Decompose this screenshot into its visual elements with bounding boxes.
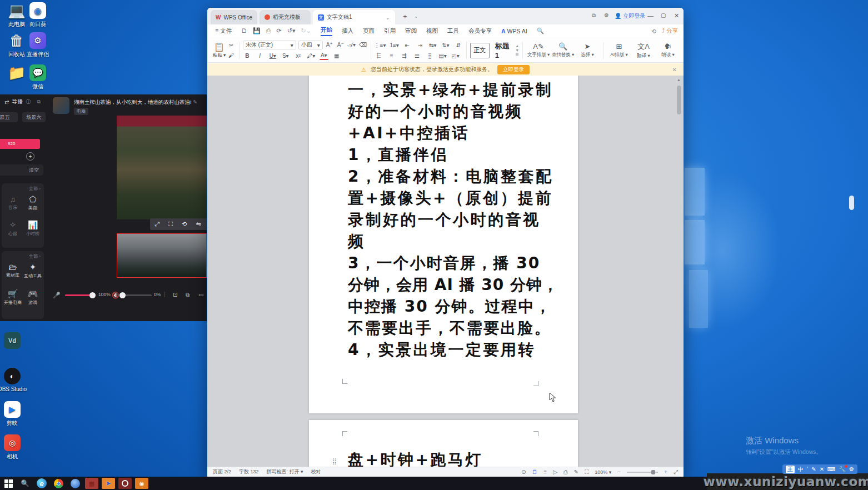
ime-keyboard-icon[interactable]: ⌨ (827, 466, 835, 472)
play-view-icon[interactable]: ▷ (553, 469, 557, 475)
live-cover-thumbnail[interactable] (53, 97, 69, 114)
decrease-font-icon[interactable]: A⁻ (336, 41, 345, 49)
desktop-icon-assistant[interactable]: ⚙ 直播伴侣 (18, 32, 58, 58)
scroll-up-icon[interactable]: ▲ (677, 78, 681, 82)
print-icon[interactable]: ⎙ (266, 27, 271, 34)
desktop-icon-wechat[interactable]: 💬 微信 (18, 64, 58, 91)
find-replace-tool[interactable]: 🔍查找替换 ▾ (551, 42, 575, 58)
read-aloud-tool[interactable]: 🗣朗读 ▾ (656, 42, 680, 58)
add-button[interactable]: + (26, 152, 34, 161)
rotate-left-icon[interactable]: ⟲ (182, 221, 187, 228)
tab-list-caret[interactable]: ⌄ (414, 13, 418, 19)
menu-review[interactable]: 审阅 (405, 27, 417, 35)
desktop-icon-obs[interactable]: ◐ OBS Studio (0, 368, 32, 392)
edit-mode-icon[interactable]: ✎ (574, 469, 578, 475)
maximize-button[interactable]: ▢ (661, 12, 666, 18)
document-scrollbar[interactable]: ▲ (676, 77, 682, 466)
document-page-2[interactable]: ⣿ 盘+时钟+跑马灯 (309, 420, 578, 467)
pip-icon[interactable]: ⧉ (186, 292, 189, 298)
edit-icon[interactable]: ✎ (193, 99, 197, 105)
text-direction-icon[interactable]: ↹▾ (428, 41, 437, 49)
tab-wps-office[interactable]: W WPS Office (211, 10, 257, 24)
align-left-icon[interactable]: ⬱ (375, 52, 383, 60)
wish-icon[interactable]: ✧ (4, 220, 22, 230)
tab-docer[interactable]: 稻壳充模板 (260, 10, 311, 24)
taskbar-live-companion-icon[interactable]: ➤ (100, 477, 117, 490)
music-icon[interactable]: ♫ (4, 194, 22, 204)
scene-tab-5[interactable]: 场景五 (0, 112, 18, 122)
desktop-icon-sunflower[interactable]: ◉ 向日葵 (18, 2, 58, 28)
taskbar-chrome-icon[interactable] (50, 477, 67, 490)
minimize-button[interactable]: — (647, 12, 654, 19)
desktop-icon-camera[interactable]: ◎ 相机 (0, 434, 32, 461)
spellcheck-status[interactable]: 拼写检查: 打开 ▾ (267, 468, 303, 476)
style-down-icon[interactable]: ▼ (515, 48, 519, 52)
video-preview-main[interactable] (117, 116, 207, 219)
taskbar-edge-icon[interactable]: e (33, 477, 50, 490)
speaker-muted-icon[interactable]: 🔇 (112, 292, 119, 299)
tab-document[interactable]: 文 文字文稿1 ⌄ (313, 10, 395, 24)
notice-login-button[interactable]: 立即登录 (497, 65, 530, 74)
clear-button[interactable]: 清空 (29, 167, 39, 174)
ime-close-icon[interactable]: ✕ (820, 466, 824, 472)
justify-icon[interactable]: ☰ (413, 52, 422, 60)
italic-button[interactable]: I (256, 52, 265, 60)
style-more-icon[interactable]: ☰ (515, 53, 519, 57)
present-icon[interactable]: ⊡ (173, 292, 177, 298)
cut-icon[interactable]: ✂ (227, 41, 236, 49)
mic-icon[interactable]: 🎤 (53, 292, 61, 299)
menu-wps-ai[interactable]: A WPS AI (501, 28, 527, 34)
flip-horizontal-icon[interactable]: ⇋ (196, 221, 201, 228)
menu-member[interactable]: 会员专享 (468, 27, 492, 35)
align-center-icon[interactable]: ≡ (387, 52, 396, 60)
clear-format-icon[interactable]: ⌫ (358, 41, 367, 49)
interactive-tools-icon[interactable]: ✦ (24, 262, 42, 272)
game-icon[interactable]: 🎮 (24, 289, 42, 299)
style-up-icon[interactable]: ▲ (515, 44, 519, 48)
beauty-icon[interactable]: ⬠ (24, 194, 42, 204)
zoom-out-icon[interactable]: − (617, 469, 621, 475)
ime-settings-icon[interactable]: ⚙ (849, 466, 854, 472)
fit-page-icon[interactable]: ⛶ (585, 469, 588, 476)
align-right-icon[interactable]: ⇶ (400, 52, 409, 60)
record-icon[interactable]: ▭ (198, 292, 203, 298)
document-area[interactable]: 一，实景+绿布+提前录制 好的一个小时的音视频 +AI+中控插话 1，直播伴侣 … (207, 76, 684, 467)
number-list-icon[interactable]: 1≡▾ (390, 41, 398, 49)
ecommerce-icon[interactable]: 🛒 (4, 289, 22, 299)
rank-icon[interactable]: 📊 (24, 220, 42, 230)
ime-mode-chinese[interactable]: 中 (798, 466, 804, 473)
new-tab-button[interactable]: + (403, 12, 407, 21)
more-link[interactable]: 全部 › (29, 186, 41, 192)
font-color-icon[interactable]: A▾ (320, 52, 328, 60)
menu-file[interactable]: ≡ 文件 (215, 27, 232, 35)
font-size-select[interactable]: 小四▾ (298, 41, 323, 49)
distribute-icon[interactable]: ⣿ (426, 52, 435, 60)
char-shading-icon[interactable]: ▦ (332, 52, 341, 60)
new-doc-icon[interactable]: 🗋 (241, 27, 247, 34)
zoom-slider[interactable] (627, 472, 658, 473)
scene-tab-6[interactable]: 场景六 (22, 112, 46, 122)
menu-page[interactable]: 页面 (363, 27, 375, 35)
menu-tools[interactable]: 工具 (447, 27, 459, 35)
ime-pen-icon[interactable]: ✎ (811, 466, 816, 472)
share-button[interactable]: ⤴ 分享 (662, 27, 678, 35)
page-view-icon[interactable]: 🗒 (532, 469, 537, 475)
line-spacing-icon[interactable]: ⇅▾ (441, 41, 450, 49)
undo-icon[interactable]: ↺▾ (287, 27, 296, 34)
outdent-icon[interactable]: ⇤ (403, 41, 412, 49)
menu-home[interactable]: 开始 (321, 26, 332, 36)
translate-tool[interactable]: 文A翻译 ▾ (631, 42, 656, 59)
taskbar-obs-icon[interactable] (117, 477, 133, 490)
print-preview-icon[interactable]: ⎙ (563, 469, 568, 476)
sidebar-handle[interactable] (849, 196, 854, 210)
increase-font-icon[interactable]: A⁺ (325, 41, 334, 49)
sync-icon[interactable]: ⟳ (277, 27, 282, 34)
sort-icon[interactable]: ⇵ (454, 41, 463, 49)
underline-button[interactable]: U▾ (268, 52, 277, 60)
mic-volume-slider[interactable] (65, 294, 96, 296)
ime-punctuation-icon[interactable]: ’ (807, 466, 808, 472)
style-heading1[interactable]: 标题 1 (495, 41, 510, 59)
bold-button[interactable]: B (243, 52, 252, 60)
proofread[interactable]: 校对 (311, 468, 321, 476)
highlight-icon[interactable]: 🖍▾ (307, 52, 316, 60)
